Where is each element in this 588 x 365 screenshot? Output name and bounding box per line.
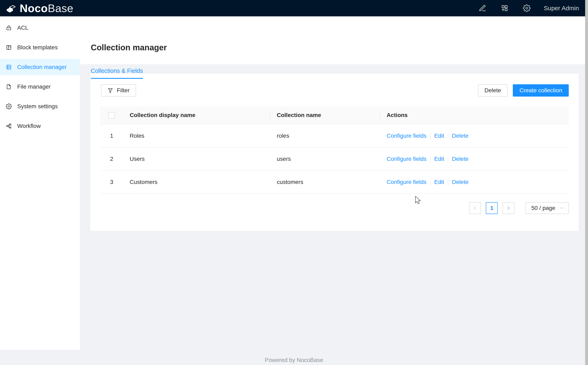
sidebar-item-label: ACL (17, 25, 28, 31)
powered-by-footer: Powered by NocoBase (0, 357, 588, 363)
chevron-right-icon (506, 206, 511, 210)
sidebar-item-label: System settings (17, 103, 58, 110)
configure-fields-link[interactable]: Configure fields (387, 179, 427, 185)
table-row: 3 Customers customers Configure fields E… (100, 171, 569, 194)
table-row: 1 Roles roles Configure fields Edit Dele… (100, 124, 569, 147)
cell-display-name: Roles (123, 133, 270, 139)
sidebar-item-label: File manager (17, 84, 51, 90)
column-header-actions: Actions (380, 112, 569, 119)
lock-icon (6, 25, 12, 31)
column-header-name: Collection name (270, 112, 380, 119)
sidebar-item-label: Workflow (17, 123, 41, 129)
action-divider (448, 156, 448, 162)
delete-link[interactable]: Delete (452, 133, 469, 139)
action-divider (430, 133, 431, 139)
chevron-down-icon (560, 206, 564, 210)
collections-table: Collection display name Collection name … (100, 106, 569, 194)
highlighter-icon[interactable] (479, 4, 486, 12)
cell-display-name: Users (123, 156, 270, 162)
sidebar-item-block-templates[interactable]: Block templates (0, 39, 80, 56)
row-index: 3 (100, 179, 123, 185)
create-collection-button[interactable]: Create collection (513, 84, 569, 97)
pagination-prev-button[interactable] (469, 202, 481, 214)
user-menu[interactable]: Super Admin (544, 5, 579, 12)
table-header-row: Collection display name Collection name … (100, 106, 569, 124)
cell-name: customers (270, 179, 380, 185)
action-divider (430, 156, 431, 162)
row-index: 2 (100, 156, 123, 162)
pagination-page-1[interactable]: 1 (486, 202, 498, 214)
column-header-display-name: Collection display name (123, 112, 270, 119)
gear-icon (6, 103, 12, 109)
nocobase-logo[interactable]: NocoBase (5, 2, 73, 14)
select-all-checkbox[interactable] (108, 112, 115, 119)
database-icon (6, 64, 12, 70)
cell-display-name: Customers (123, 179, 270, 185)
chevron-left-icon (473, 206, 477, 210)
action-divider (448, 179, 448, 185)
filter-button[interactable]: Filter (101, 84, 136, 97)
file-icon (6, 84, 12, 90)
page-title: Collection manager (91, 43, 167, 52)
appstore-add-icon[interactable] (501, 4, 508, 12)
edit-link[interactable]: Edit (434, 133, 444, 139)
row-index: 1 (100, 133, 123, 139)
app-title: NocoBase (20, 2, 73, 14)
collections-card: Filter Delete Create collection Collecti… (90, 74, 579, 231)
sidebar-item-label: Block templates (17, 44, 58, 51)
sidebar-item-workflow[interactable]: Workflow (0, 118, 80, 134)
action-divider (430, 179, 431, 185)
workflow-icon (6, 123, 12, 129)
vertical-scrollbar[interactable] (585, 0, 588, 365)
delete-button[interactable]: Delete (478, 84, 508, 97)
settings-icon[interactable] (523, 4, 531, 12)
cell-name: roles (270, 133, 380, 139)
layout-icon (6, 44, 12, 50)
edit-link[interactable]: Edit (434, 156, 444, 162)
page-header: Collection manager Collections & Fields (80, 16, 588, 64)
tab-collections-and-fields[interactable]: Collections & Fields (91, 68, 143, 79)
filter-funnel-icon (108, 88, 113, 93)
pagination: 1 50 / page (469, 202, 569, 214)
sidebar: ACL Block templates Collection manager F… (0, 16, 80, 350)
sidebar-item-collection-manager[interactable]: Collection manager (0, 59, 80, 75)
action-divider (448, 133, 448, 139)
page-size-select[interactable]: 50 / page (525, 202, 569, 214)
configure-fields-link[interactable]: Configure fields (387, 156, 427, 162)
pagination-next-button[interactable] (502, 202, 515, 214)
top-navigation-bar: NocoBase Super Admin (0, 0, 588, 16)
delete-link[interactable]: Delete (452, 156, 469, 162)
edit-link[interactable]: Edit (434, 179, 444, 185)
sidebar-item-file-manager[interactable]: File manager (0, 78, 80, 95)
sidebar-item-acl[interactable]: ACL (0, 20, 80, 36)
table-row: 2 Users users Configure fields Edit Dele… (100, 147, 569, 171)
cell-name: users (270, 156, 380, 162)
delete-link[interactable]: Delete (452, 179, 469, 185)
sidebar-item-system-settings[interactable]: System settings (0, 98, 80, 115)
nocobase-logo-icon (5, 3, 16, 14)
configure-fields-link[interactable]: Configure fields (387, 133, 427, 139)
sidebar-item-label: Collection manager (17, 64, 67, 70)
